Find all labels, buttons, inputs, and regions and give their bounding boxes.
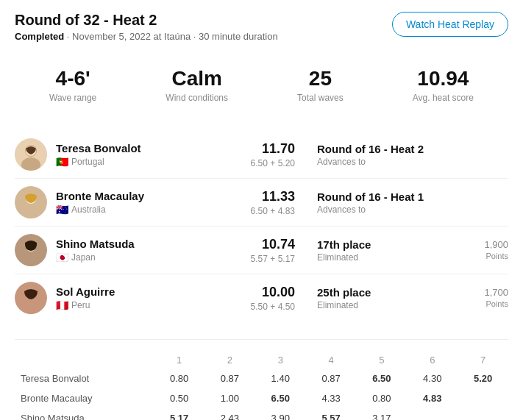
stats-row: 4-6' Wave range Calm Wind conditions 25 … (15, 60, 508, 110)
country-flag: 🇯🇵 (56, 252, 68, 263)
score-table-head: 1234567 (15, 352, 508, 369)
athlete-result: Round of 16 - Heat 1 Advances to (317, 191, 449, 215)
score-athlete-name: Teresa Bonvalot (15, 369, 154, 388)
wave-scores: 5.50 + 4.50 (251, 302, 295, 312)
stat-label: Wave range (49, 93, 96, 103)
score-cell: 5.57 (306, 408, 357, 420)
athlete-result: Round of 16 - Heat 2 Advances to (317, 143, 449, 167)
page-title: Round of 32 - Heat 2 (15, 12, 278, 29)
score-table: 1234567 Teresa Bonvalot0.800.871.400.876… (15, 352, 508, 420)
result-title: Round of 16 - Heat 2 (317, 143, 449, 155)
header-meta: Completed · November 5, 2022 at Itaúna ·… (15, 31, 278, 42)
wave-scores: 6.50 + 5.20 (251, 158, 295, 168)
athlete-scores: 11.33 6.50 + 4.83 (251, 189, 295, 216)
stat-value: Calm (166, 67, 228, 90)
country-flag: 🇵🇪 (56, 299, 68, 311)
total-score: 10.00 (251, 285, 295, 300)
athlete-scores: 10.74 5.57 + 5.17 (251, 237, 295, 264)
total-score: 11.70 (251, 141, 295, 157)
score-table-header: 3 (255, 352, 306, 369)
athlete-scores: 10.00 5.50 + 4.50 (251, 285, 295, 312)
page-header: Round of 32 - Heat 2 Completed · Novembe… (15, 12, 508, 42)
score-cell: 6.50 (255, 388, 306, 408)
athlete-info: Shino Matsuda 🇯🇵 Japan (56, 238, 251, 263)
score-cell: 3.90 (255, 408, 306, 420)
header-left: Round of 32 - Heat 2 Completed · Novembe… (15, 12, 278, 42)
score-cell: 0.80 (154, 369, 204, 388)
score-table-body: Teresa Bonvalot0.800.871.400.876.504.305… (15, 369, 508, 420)
country-name: Peru (71, 300, 90, 310)
result-sub: Eliminated (317, 300, 449, 310)
athlete-result: 25th place Eliminated (317, 286, 449, 310)
athlete-country: 🇵🇪 Peru (56, 299, 251, 311)
stat-label: Total waves (297, 93, 344, 103)
score-table-header: 2 (204, 352, 255, 369)
avatar (15, 282, 47, 314)
stat-item: 4-6' Wave range (49, 67, 96, 103)
result-sub: Advances to (317, 157, 449, 167)
total-score: 10.74 (251, 237, 295, 252)
result-title: Round of 16 - Heat 1 (317, 191, 449, 203)
stat-label: Avg. heat score (413, 93, 474, 103)
athlete-country: 🇯🇵 Japan (56, 252, 251, 263)
avatar (15, 138, 47, 171)
score-athlete-name: Bronte Macaulay (15, 388, 154, 408)
result-sub: Eliminated (317, 252, 449, 263)
score-cell: 6.50 (357, 369, 408, 388)
score-table-row: Bronte Macaulay0.501.006.504.330.804.83 (15, 388, 508, 408)
athlete-row: Sol Aguirre 🇵🇪 Peru 10.00 5.50 + 4.50 25… (15, 274, 508, 321)
result-points: 1,900Points (464, 239, 508, 261)
athlete-info: Bronte Macaulay 🇦🇺 Australia (56, 190, 251, 216)
country-name: Portugal (71, 157, 104, 167)
score-cell: 0.87 (306, 369, 357, 388)
score-cell: 4.33 (306, 388, 357, 408)
score-cell: 1.40 (255, 369, 306, 388)
stat-value: 25 (297, 67, 344, 90)
athlete-row: Shino Matsuda 🇯🇵 Japan 10.74 5.57 + 5.17… (15, 227, 508, 274)
athlete-info: Sol Aguirre 🇵🇪 Peru (56, 285, 251, 311)
country-flag: 🇦🇺 (56, 204, 68, 216)
score-cell: 3.17 (357, 408, 408, 420)
athletes-section: Teresa Bonvalot 🇵🇹 Portugal 11.70 6.50 +… (15, 131, 508, 321)
result-title: 17th place (317, 238, 449, 251)
score-cell: 0.50 (154, 388, 204, 408)
wave-scores: 5.57 + 5.17 (251, 254, 295, 264)
stat-value: 4-6' (49, 67, 96, 90)
wave-scores: 6.50 + 4.83 (251, 206, 295, 216)
score-table-header: 6 (407, 352, 458, 369)
total-score: 11.33 (251, 189, 295, 204)
score-table-row: Shino Matsuda5.172.433.905.573.17 (15, 408, 508, 420)
score-cell (458, 408, 508, 420)
score-table-header: 4 (306, 352, 357, 369)
result-points: 1,700Points (464, 287, 508, 309)
score-cell: 0.80 (357, 388, 408, 408)
athlete-scores: 11.70 6.50 + 5.20 (251, 141, 295, 168)
athlete-row: Teresa Bonvalot 🇵🇹 Portugal 11.70 6.50 +… (15, 131, 508, 179)
score-cell (407, 408, 458, 420)
country-name: Japan (71, 252, 96, 263)
score-table-header (15, 352, 154, 369)
result-title: 25th place (317, 286, 449, 299)
athlete-result: 17th place Eliminated (317, 238, 449, 263)
country-name: Australia (71, 204, 106, 215)
score-cell: 5.17 (154, 408, 204, 420)
score-table-row: Teresa Bonvalot0.800.871.400.876.504.305… (15, 369, 508, 388)
score-table-section: 1234567 Teresa Bonvalot0.800.871.400.876… (15, 339, 508, 420)
score-cell: 4.83 (407, 388, 458, 408)
score-athlete-name: Shino Matsuda (15, 408, 154, 420)
result-sub: Advances to (317, 204, 449, 215)
stat-item: Calm Wind conditions (166, 67, 228, 103)
athlete-name: Shino Matsuda (56, 238, 251, 250)
country-flag: 🇵🇹 (56, 156, 68, 168)
athlete-name: Bronte Macaulay (56, 190, 251, 202)
score-cell: 0.87 (204, 369, 255, 388)
watch-replay-button[interactable]: Watch Heat Replay (392, 12, 508, 37)
avatar (15, 186, 47, 218)
stat-value: 10.94 (413, 67, 474, 90)
status-badge: Completed (15, 31, 64, 42)
stat-item: 25 Total waves (297, 67, 344, 103)
athlete-row: Bronte Macaulay 🇦🇺 Australia 11.33 6.50 … (15, 179, 508, 227)
athlete-name: Sol Aguirre (56, 285, 251, 298)
athlete-country: 🇦🇺 Australia (56, 204, 251, 216)
score-table-header: 1 (154, 352, 204, 369)
